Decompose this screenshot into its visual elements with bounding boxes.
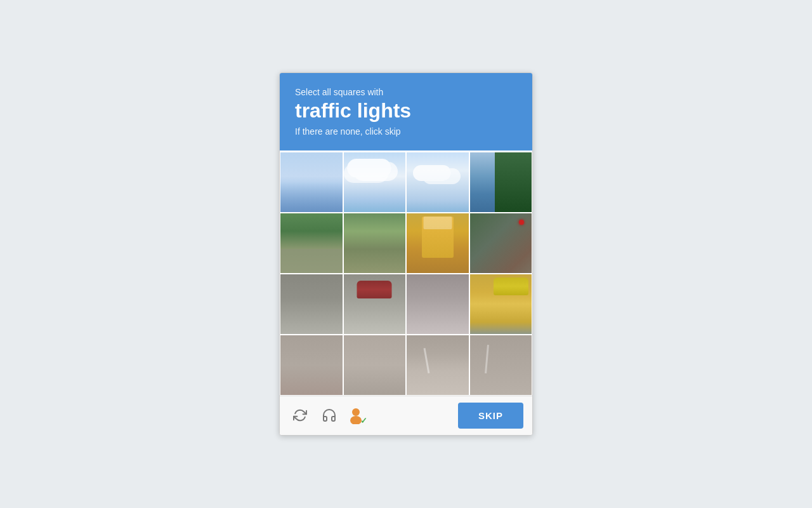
grid-cell-r1c1[interactable] [343,213,407,274]
grid-cell-r0c3[interactable] [469,152,533,213]
grid-cell-r3c2[interactable] [406,335,469,396]
grid-cell-r0c0[interactable] [280,152,343,213]
captcha-footer: ✓ SKIP [280,396,532,435]
grid-cell-r3c3[interactable] [469,335,533,396]
grid-cell-r2c1[interactable] [343,274,407,335]
header-hint: If there are none, click skip [295,126,517,137]
footer-icons: ✓ [289,404,453,427]
grid-cell-r2c3[interactable] [469,274,533,335]
refresh-button[interactable] [289,404,311,427]
header-main-title: traffic lights [295,100,517,122]
captcha-header: Select all squares with traffic lights I… [280,73,532,150]
headset-icon [322,408,337,423]
image-grid [280,150,532,396]
grid-cell-r1c2[interactable] [406,213,469,274]
grid-cell-r3c1[interactable] [343,335,407,396]
grid-cell-r2c0[interactable] [280,274,343,335]
grid-cell-r0c1[interactable] [343,152,407,213]
header-subtitle: Select all squares with [295,87,517,97]
grid-cell-r3c0[interactable] [280,335,343,396]
svg-point-0 [352,408,360,416]
verified-checkmark-icon: ✓ [360,416,367,425]
grid-cell-r1c3[interactable] [469,213,533,274]
grid-cell-r1c0[interactable] [280,213,343,274]
refresh-icon [293,408,307,422]
audio-challenge-button[interactable] [318,404,341,427]
grid-cell-r2c2[interactable] [406,274,469,335]
skip-button[interactable]: SKIP [458,403,523,429]
captcha-widget: Select all squares with traffic lights I… [279,72,533,435]
user-verified-button[interactable]: ✓ [347,406,365,424]
grid-cell-r0c2[interactable] [406,152,469,213]
